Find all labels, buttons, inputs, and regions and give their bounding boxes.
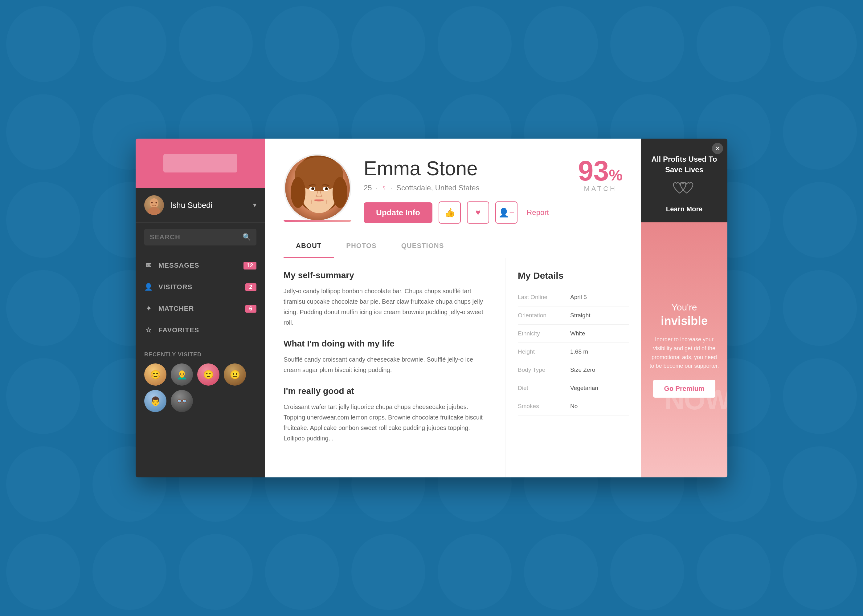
profile-info: Emma Stone 25 · ♀ · Scottsdale, United S… — [364, 154, 565, 224]
gender-icon: ♀ — [381, 184, 387, 192]
detail-label-body-type: Body Type — [518, 366, 564, 373]
profile-header: Emma Stone 25 · ♀ · Scottsdale, United S… — [265, 138, 641, 233]
main-content: Emma Stone 25 · ♀ · Scottsdale, United S… — [265, 138, 641, 478]
matcher-icon: ✦ — [144, 305, 153, 313]
update-info-button[interactable]: Update Info — [364, 202, 432, 223]
modal-container: Ishu Subedi ▾ 🔍 ✉ MESSAGES 12 👤 VISITORS… — [135, 138, 728, 478]
like-button[interactable]: 👍 — [439, 201, 461, 224]
sidebar-nav-label-visitors: VISITORS — [158, 283, 192, 291]
tab-about[interactable]: ABOUT — [283, 233, 334, 258]
search-bar[interactable]: 🔍 — [144, 229, 257, 245]
list-item[interactable]: 😊 — [144, 363, 167, 386]
mail-icon: ✉ — [144, 261, 153, 269]
tab-photos[interactable]: PHOTOS — [334, 233, 389, 258]
detail-row-diet: Diet Vegetarian — [518, 379, 629, 397]
person-remove-icon: 👤− — [498, 207, 514, 218]
detail-row-body-type: Body Type Size Zero — [518, 361, 629, 379]
invisible-title: You're — [671, 302, 697, 313]
star-icon: ☆ — [144, 326, 153, 334]
heart-icon: ♥ — [476, 207, 481, 217]
list-item[interactable]: 👓 — [171, 390, 193, 412]
list-item[interactable]: 😐 — [224, 363, 246, 386]
remove-button[interactable]: 👤− — [495, 201, 518, 224]
search-input[interactable] — [150, 233, 239, 241]
person-icon: 👤 — [144, 283, 153, 291]
sidebar-item-favorites[interactable]: ☆ FAVORITES — [135, 319, 265, 341]
profile-photo-wrapper — [283, 154, 351, 222]
detail-value-height: 1.68 m — [570, 348, 588, 355]
sidebar-item-matcher[interactable]: ✦ MATCHER 6 — [135, 298, 265, 319]
avatar-image — [144, 195, 164, 215]
sidebar-header — [135, 138, 265, 188]
detail-label-last-online: Last Online — [518, 294, 564, 301]
detail-value-last-online: April 5 — [570, 294, 587, 301]
invisible-bold: invisible — [661, 314, 708, 328]
meta-dot: · — [376, 184, 378, 192]
profile-location: Scottsdale, United States — [396, 184, 479, 192]
detail-row-orientation: Orientation Straight — [518, 306, 629, 325]
profile-details-section: My Details Last Online April 5 Orientati… — [506, 258, 641, 478]
recently-visited-avatars: 😊 👨‍🦲 🙂 😐 👨 👓 — [144, 363, 257, 412]
chevron-down-icon[interactable]: ▾ — [253, 201, 257, 209]
ad-description: Inorder to increase your visibility and … — [649, 335, 720, 371]
detail-value-diet: Vegetarian — [570, 385, 598, 391]
heart-button[interactable]: ♥ — [467, 201, 489, 224]
sidebar-nav-label-favorites: FAVORITES — [158, 326, 199, 334]
svg-point-8 — [332, 177, 347, 208]
learn-more-button[interactable]: Learn More — [650, 205, 718, 213]
ad-panel: ✕ All Profits Used To Save Lives Learn M… — [641, 138, 728, 478]
profile-actions: Update Info 👍 ♥ 👤− Report — [364, 201, 565, 224]
self-summary-text: Jelly-o candy lollipop bonbon chocolate … — [283, 286, 487, 328]
match-label: MATCH — [578, 185, 623, 193]
match-number-wrapper: 93% — [578, 157, 623, 185]
recently-visited-title: RECENTLY VISITED — [144, 351, 257, 358]
match-score: 93% MATCH — [578, 154, 623, 193]
sidebar-item-visitors[interactable]: 👤 VISITORS 2 — [135, 276, 265, 298]
list-item[interactable]: 🙂 — [197, 363, 219, 386]
svg-point-0 — [150, 198, 158, 208]
profile-meta: 25 · ♀ · Scottsdale, United States — [364, 184, 565, 192]
close-button[interactable]: ✕ — [712, 143, 723, 154]
detail-label-height: Height — [518, 348, 564, 355]
list-item[interactable]: 👨‍🦲 — [171, 363, 193, 386]
detail-label-smokes: Smokes — [518, 403, 564, 410]
good-at-title: I'm really good at — [283, 386, 487, 396]
svg-point-14 — [326, 188, 327, 189]
ad-bottom-section: NOW You're invisible Inorder to increase… — [641, 222, 728, 478]
sidebar-navigation: ✉ MESSAGES 12 👤 VISITORS 2 ✦ MATCHER 6 ☆… — [135, 251, 265, 344]
profile-body: My self-summary Jelly-o candy lollipop b… — [265, 258, 641, 478]
svg-point-1 — [148, 207, 160, 215]
go-premium-button[interactable]: Go Premium — [653, 380, 716, 398]
profile-name: Emma Stone — [364, 157, 565, 180]
sidebar-nav-label-messages: MESSAGES — [158, 261, 199, 269]
svg-point-2 — [151, 202, 153, 204]
list-item[interactable]: 👨 — [144, 390, 167, 412]
visitors-badge: 2 — [245, 283, 257, 291]
sidebar-user-name: Ishu Subedi — [170, 201, 250, 210]
svg-point-13 — [313, 188, 314, 189]
sidebar: Ishu Subedi ▾ 🔍 ✉ MESSAGES 12 👤 VISITORS… — [135, 138, 265, 478]
detail-value-body-type: Size Zero — [570, 366, 595, 373]
report-button[interactable]: Report — [527, 208, 549, 217]
doing-with-life-title: What I'm doing with my life — [283, 339, 487, 349]
ad-title: All Profits Used To Save Lives — [650, 154, 718, 174]
tab-questions[interactable]: QUESTIONS — [389, 233, 457, 258]
match-percent-number: 93 — [578, 156, 609, 186]
detail-value-smokes: No — [570, 403, 578, 410]
svg-point-7 — [291, 177, 306, 208]
self-summary-title: My self-summary — [283, 270, 487, 280]
detail-row-ethnicity: Ethnicity White — [518, 325, 629, 343]
svg-point-3 — [156, 202, 157, 204]
sidebar-item-messages[interactable]: ✉ MESSAGES 12 — [135, 255, 265, 276]
detail-row-smokes: Smokes No — [518, 397, 629, 415]
profile-age: 25 — [364, 184, 372, 192]
matcher-badge: 6 — [245, 305, 257, 313]
detail-row-last-online: Last Online April 5 — [518, 288, 629, 306]
sidebar-user-section[interactable]: Ishu Subedi ▾ — [135, 188, 265, 223]
doing-with-life-text: Soufflé candy croissant candy cheesecake… — [283, 354, 487, 375]
sidebar-nav-label-matcher: MATCHER — [158, 305, 194, 313]
search-icon: 🔍 — [243, 233, 251, 241]
detail-value-orientation: Straight — [570, 312, 590, 319]
match-percent-symbol: % — [609, 167, 623, 184]
messages-badge: 12 — [244, 262, 257, 269]
